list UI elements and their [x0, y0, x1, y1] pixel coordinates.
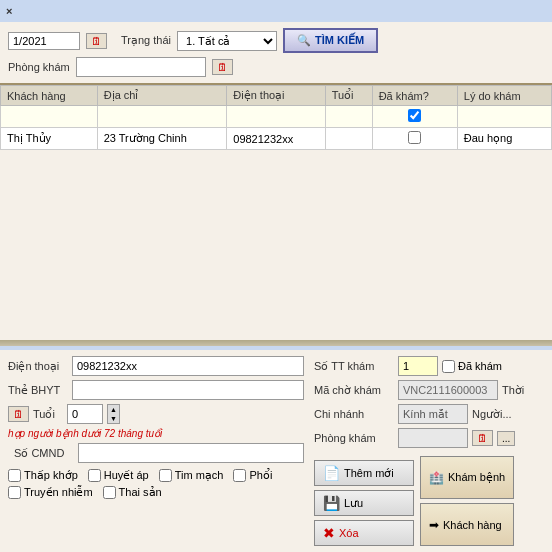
dien-thoai-input[interactable]: [72, 356, 304, 376]
kham-benh-icon: 🏥: [429, 471, 444, 485]
warning-row: hợp người bệnh dưới 72 tháng tuổi: [8, 428, 304, 439]
luu-icon: 💾: [323, 495, 340, 511]
phong-kham-form-label: Phòng khám: [314, 432, 394, 444]
luu-label: Lưu: [344, 497, 363, 510]
chi-nhanh-input[interactable]: [398, 404, 468, 424]
cell-name: [1, 106, 98, 128]
huyet-ap-label: Huyết áp: [104, 469, 149, 482]
khach-hang-icon: ➡: [429, 518, 439, 532]
cell-age: [325, 106, 372, 128]
cell-address: 23 Trường Chinh: [97, 128, 227, 150]
thai-san-label: Thai sản: [119, 486, 162, 499]
ma-cho-kham-row: Mã chờ khám Thời: [314, 380, 544, 400]
bhyt-label: Thẻ BHYT: [8, 384, 68, 397]
dien-thoai-label: Điện thoại: [8, 360, 68, 373]
cell-checked[interactable]: [372, 106, 457, 128]
phong-kham-form-pick-button[interactable]: 🗓: [472, 430, 493, 446]
tuoi-spinner[interactable]: ▲ ▼: [107, 404, 120, 424]
them-moi-button[interactable]: 📄 Thêm mới: [314, 460, 414, 486]
tim-mach-checkbox-label[interactable]: Tim mạch: [159, 469, 224, 482]
them-moi-icon: 📄: [323, 465, 340, 481]
tim-mach-label: Tim mạch: [175, 469, 224, 482]
huyet-ap-checkbox[interactable]: [88, 469, 101, 482]
luu-button[interactable]: 💾 Lưu: [314, 490, 414, 516]
col-header-age: Tuổi: [325, 86, 372, 106]
phong-kham-ellipsis-button[interactable]: ...: [497, 431, 515, 446]
warning-text: hợp người bệnh dưới 72 tháng tuổi: [8, 428, 162, 439]
them-moi-label: Thêm mới: [344, 467, 394, 480]
nguoi-label: Người...: [472, 408, 532, 421]
search-button[interactable]: 🔍 TÌM KIẾM: [283, 28, 378, 53]
chi-nhanh-label: Chi nhánh: [314, 408, 394, 420]
col-header-reason: Lý do khám: [457, 86, 551, 106]
stt-kham-row: Số TT khám Đã khám: [314, 356, 544, 376]
tuoi-up-button[interactable]: ▲: [108, 405, 119, 414]
phong-kham-label: Phòng khám: [8, 61, 70, 73]
thai-san-checkbox-label[interactable]: Thai sản: [103, 486, 162, 499]
kham-benh-button[interactable]: 🏥 Khám bệnh: [420, 456, 514, 499]
right-form: Số TT khám Đã khám Mã chờ khám Thời Chi: [314, 356, 544, 546]
xoa-button[interactable]: ✖ Xóa: [314, 520, 414, 546]
tuoi-down-button[interactable]: ▼: [108, 414, 119, 423]
ma-cho-kham-label: Mã chờ khám: [314, 384, 394, 397]
xoa-icon: ✖: [323, 525, 335, 541]
right-action-col: 🏥 Khám bệnh ➡ Khách hàng: [420, 456, 514, 546]
close-button[interactable]: ×: [6, 5, 12, 17]
trang-thai-label: Trạng thái: [121, 34, 171, 47]
da-kham-check-label[interactable]: Đã khám: [442, 360, 502, 373]
table-row[interactable]: [1, 106, 552, 128]
phong-kham-pick-button[interactable]: 🗓: [212, 59, 233, 75]
cell-checked[interactable]: [372, 128, 457, 150]
chi-nhanh-row: Chi nhánh Người...: [314, 404, 544, 424]
thap-khop-checkbox-label[interactable]: Thấp khớp: [8, 469, 78, 482]
da-kham-checkbox[interactable]: [442, 360, 455, 373]
checkboxes-row: Thấp khớp Huyết áp Tim mạch Phổi: [8, 469, 304, 499]
patient-table-section: Khách hàng Địa chỉ Điện thoại Tuổi Đã kh…: [0, 85, 552, 340]
checked-checkbox[interactable]: [408, 109, 421, 122]
cell-reason: [457, 106, 551, 128]
search-button-label: TÌM KIẾM: [315, 34, 364, 47]
table-row[interactable]: Thị Thủy 23 Trường Chinh 09821232xx Đau …: [1, 128, 552, 150]
thap-khop-label: Thấp khớp: [24, 469, 78, 482]
truyen-nhiem-checkbox-label[interactable]: Truyền nhiễm: [8, 486, 93, 499]
cmnd-input[interactable]: [78, 443, 304, 463]
phong-kham-form-input[interactable]: [398, 428, 468, 448]
patient-table: Khách hàng Địa chỉ Điện thoại Tuổi Đã kh…: [0, 85, 552, 150]
col-header-address: Địa chỉ: [97, 86, 227, 106]
cell-address: [97, 106, 227, 128]
tim-mach-checkbox[interactable]: [159, 469, 172, 482]
truyen-nhiem-checkbox[interactable]: [8, 486, 21, 499]
trang-thai-select[interactable]: 1. Tất cả 2. Đã khám 3. Chưa khám: [177, 31, 277, 51]
phong-kham-input[interactable]: [76, 57, 206, 77]
sinh-tuoi-row: 🗓 Tuổi ▲ ▼: [8, 404, 304, 424]
xoa-label: Xóa: [339, 527, 359, 539]
huyet-ap-checkbox-label[interactable]: Huyết áp: [88, 469, 149, 482]
action-buttons-area: 📄 Thêm mới 💾 Lưu ✖ Xóa: [314, 456, 544, 546]
cmnd-row: Số CMND: [14, 443, 304, 463]
khach-hang-label: Khách hàng: [443, 519, 502, 531]
stt-kham-input[interactable]: [398, 356, 438, 376]
phoi-label: Phổi: [249, 469, 272, 482]
phoi-checkbox-label[interactable]: Phổi: [233, 469, 272, 482]
sinh-calendar-button[interactable]: 🗓: [8, 406, 29, 422]
date-input[interactable]: [8, 32, 80, 50]
cmnd-label: Số CMND: [14, 447, 74, 460]
search-icon: 🔍: [297, 34, 311, 47]
thai-san-checkbox[interactable]: [103, 486, 116, 499]
search-area: 🗓 Trạng thái 1. Tất cả 2. Đã khám 3. Chư…: [0, 22, 552, 85]
ma-cho-kham-input[interactable]: [398, 380, 498, 400]
left-form: Điện thoại Thẻ BHYT 🗓 Tuổi ▲ ▼: [8, 356, 304, 546]
khach-hang-button[interactable]: ➡ Khách hàng: [420, 503, 514, 546]
tuoi-input[interactable]: [67, 404, 103, 424]
top-bar: ×: [0, 0, 552, 22]
checked-checkbox[interactable]: [408, 131, 421, 144]
bhyt-input[interactable]: [72, 380, 304, 400]
truyen-nhiem-label: Truyền nhiễm: [24, 486, 93, 499]
thap-khop-checkbox[interactable]: [8, 469, 21, 482]
cell-reason: Đau họng: [457, 128, 551, 150]
calendar-button[interactable]: 🗓: [86, 33, 107, 49]
kham-benh-label: Khám bệnh: [448, 471, 505, 484]
phoi-checkbox[interactable]: [233, 469, 246, 482]
cell-name: Thị Thủy: [1, 128, 98, 150]
da-kham-label: Đã khám: [458, 360, 502, 372]
